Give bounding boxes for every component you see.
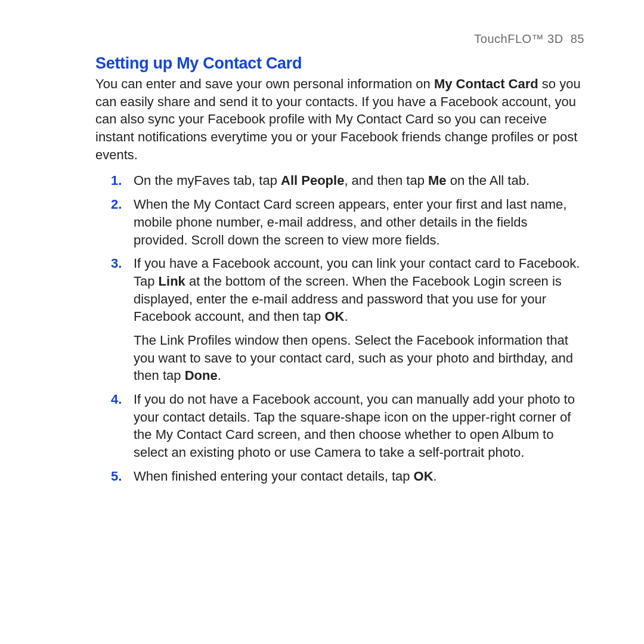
step-5-text-c: . xyxy=(434,469,437,484)
step-3-sub-c: . xyxy=(218,368,221,383)
intro-bold: My Contact Card xyxy=(434,76,538,91)
running-title: TouchFLO™ 3D xyxy=(474,32,563,45)
step-3-subparagraph: The Link Profiles window then opens. Sel… xyxy=(134,332,584,385)
step-4: If you do not have a Facebook account, y… xyxy=(131,391,584,462)
step-1-text-a: On the myFaves tab, tap xyxy=(134,173,281,188)
step-1: On the myFaves tab, tap All People, and … xyxy=(131,172,584,190)
step-1-bold-all-people: All People xyxy=(281,173,344,188)
step-3-bold-link: Link xyxy=(159,274,185,289)
steps-list: On the myFaves tab, tap All People, and … xyxy=(95,172,584,485)
step-3-text-d: . xyxy=(344,309,348,324)
step-2-text: When the My Contact Card screen appears,… xyxy=(134,197,566,247)
step-5-text-a: When finished entering your contact deta… xyxy=(134,469,414,484)
page-number: 85 xyxy=(571,32,584,45)
intro-text-pre: You can enter and save your own personal… xyxy=(95,76,434,91)
running-header: TouchFLO™ 3D 85 xyxy=(95,32,584,46)
step-1-text-d: on the All tab. xyxy=(447,173,530,188)
step-1-text-c: , and then tap xyxy=(344,173,428,188)
intro-paragraph: You can enter and save your own personal… xyxy=(95,75,584,163)
step-5: When finished entering your contact deta… xyxy=(131,467,584,485)
step-3: If you have a Facebook account, you can … xyxy=(131,255,584,385)
page-container: TouchFLO™ 3D 85 Setting up My Contact Ca… xyxy=(0,0,644,644)
section-title: Setting up My Contact Card xyxy=(95,54,584,73)
step-2: When the My Contact Card screen appears,… xyxy=(131,196,584,249)
step-1-bold-me: Me xyxy=(428,173,447,188)
step-5-bold-ok: OK xyxy=(414,469,434,484)
step-4-text: If you do not have a Facebook account, y… xyxy=(134,392,575,460)
step-3-bold-ok: OK xyxy=(324,309,344,324)
step-3-bold-done: Done xyxy=(185,368,218,383)
